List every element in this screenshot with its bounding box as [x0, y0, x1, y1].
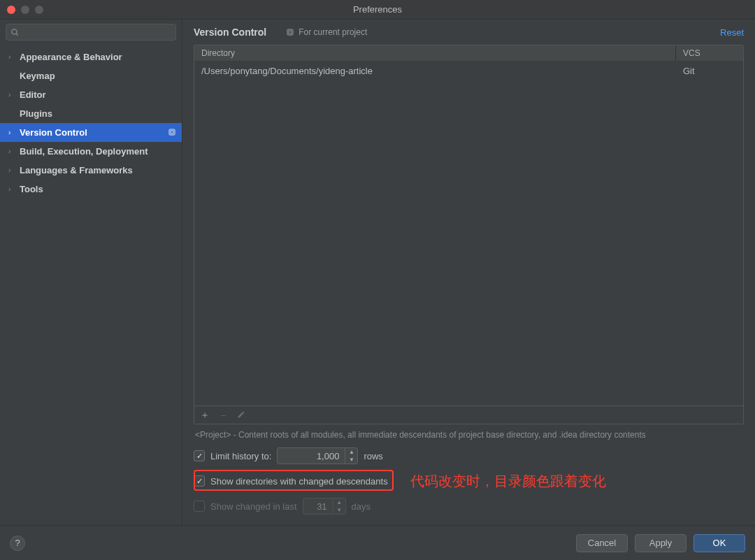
- panel-header: Version Control For current project Rese…: [182, 20, 755, 45]
- sidebar-item[interactable]: ›Appearance & Behavior: [0, 48, 182, 66]
- table-header: Directory VCS: [194, 45, 743, 61]
- chevron-right-icon: ›: [8, 91, 15, 99]
- sidebar-item[interactable]: ›Keymap: [0, 66, 182, 85]
- chevron-right-icon: ›: [8, 166, 15, 174]
- show-changed-value: ▲ ▼: [303, 498, 346, 515]
- cell-directory: /Users/ponytang/Documents/yideng-article: [194, 62, 676, 80]
- show-changed-spinner: ▲ ▼: [333, 498, 345, 514]
- zoom-window-button[interactable]: [35, 6, 43, 14]
- chevron-right-icon: ›: [8, 185, 15, 193]
- svg-rect-3: [171, 131, 173, 134]
- breadcrumb: Version Control: [194, 27, 266, 38]
- project-scope-label: For current project: [286, 27, 367, 37]
- sidebar-item-label: Plugins: [20, 108, 52, 119]
- settings-tree: ›Appearance & Behavior›Keymap›Editor›Plu…: [0, 45, 182, 525]
- col-directory[interactable]: Directory: [194, 45, 676, 61]
- sidebar-item-label: Editor: [20, 89, 46, 100]
- table-row[interactable]: /Users/ponytang/Documents/yideng-article…: [194, 61, 743, 80]
- opt-limit-history: Limit history to: ▲ ▼ rows: [194, 447, 744, 465]
- show-changed-input: [303, 501, 333, 512]
- svg-point-0: [12, 29, 17, 34]
- chevron-right-icon: ›: [8, 148, 15, 155]
- limit-history-checkbox[interactable]: [194, 450, 205, 461]
- limit-history-suffix: rows: [364, 451, 382, 461]
- sidebar: ›Appearance & Behavior›Keymap›Editor›Plu…: [0, 20, 182, 525]
- search-input[interactable]: [22, 27, 171, 38]
- table-body: /Users/ponytang/Documents/yideng-article…: [194, 61, 743, 405]
- annotation-text: 代码改变时，目录颜色跟着变化: [410, 472, 606, 491]
- add-mapping-button[interactable]: ＋: [200, 409, 210, 422]
- main-panel: Version Control For current project Rese…: [182, 20, 755, 525]
- svg-rect-4: [287, 29, 293, 35]
- sidebar-item-label: Languages & Frameworks: [20, 165, 133, 175]
- ok-button[interactable]: OK: [693, 534, 745, 552]
- close-window-button[interactable]: [7, 6, 15, 14]
- col-vcs[interactable]: VCS: [676, 45, 743, 61]
- help-button[interactable]: ?: [10, 536, 25, 551]
- sidebar-item[interactable]: ›Plugins: [0, 104, 182, 123]
- limit-history-spinner[interactable]: ▲ ▼: [345, 448, 357, 464]
- show-changed-checkbox[interactable]: [194, 501, 205, 512]
- sidebar-item[interactable]: ›Tools: [0, 180, 182, 199]
- chevron-right-icon: ›: [8, 53, 15, 61]
- reset-link[interactable]: Reset: [720, 27, 744, 38]
- cell-vcs: Git: [676, 62, 743, 80]
- preferences-window: Preferences ›Appearance & Behavior›Keyma…: [0, 0, 755, 560]
- project-mapping-hint: <Project> - Content roots of all modules…: [194, 424, 744, 447]
- search-box[interactable]: [6, 24, 176, 41]
- window-title: Preferences: [0, 4, 755, 15]
- search-icon: [10, 28, 20, 37]
- minimize-window-button[interactable]: [21, 6, 29, 14]
- chevron-down-icon[interactable]: ▼: [345, 456, 357, 464]
- svg-line-1: [16, 34, 18, 36]
- chevron-up-icon[interactable]: ▲: [345, 448, 357, 456]
- options: Limit history to: ▲ ▼ rows Show direc: [194, 447, 744, 518]
- sidebar-item[interactable]: ›Editor: [0, 85, 182, 104]
- show-dirs-checkbox[interactable]: [194, 475, 205, 487]
- svg-rect-2: [169, 129, 175, 135]
- titlebar: Preferences: [0, 0, 755, 20]
- limit-history-value[interactable]: ▲ ▼: [277, 447, 358, 464]
- sidebar-item[interactable]: ›Build, Execution, Deployment: [0, 142, 182, 161]
- chevron-right-icon: ›: [8, 129, 15, 136]
- cancel-button[interactable]: Cancel: [576, 534, 628, 552]
- sidebar-item[interactable]: ›Version Control: [0, 123, 182, 142]
- sidebar-item-label: Keymap: [20, 71, 55, 81]
- sidebar-item-label: Version Control: [20, 127, 87, 138]
- svg-rect-5: [289, 31, 292, 34]
- project-scope-icon: [286, 28, 294, 36]
- dialog-footer: ? Cancel Apply OK: [0, 525, 755, 560]
- limit-history-label: Limit history to:: [210, 451, 271, 461]
- show-changed-label: Show changed in last: [210, 501, 297, 512]
- sidebar-item-label: Appearance & Behavior: [20, 52, 122, 62]
- table-toolbar: ＋ −: [194, 405, 743, 424]
- edit-mapping-button[interactable]: [236, 410, 246, 421]
- remove-mapping-button[interactable]: −: [218, 410, 228, 421]
- show-dirs-label: Show directories with changed descendant…: [210, 476, 388, 487]
- opt-show-changed: Show changed in last ▲ ▼ days: [194, 497, 744, 515]
- sidebar-item-label: Build, Execution, Deployment: [20, 146, 148, 157]
- project-scope-icon: [168, 128, 176, 138]
- show-changed-suffix: days: [352, 501, 371, 512]
- sidebar-item-label: Tools: [20, 184, 43, 194]
- limit-history-input[interactable]: [278, 451, 345, 461]
- chevron-down-icon: ▼: [333, 506, 345, 514]
- opt-show-dirs: Show directories with changed descendant…: [194, 472, 744, 490]
- window-controls: [0, 6, 43, 14]
- sidebar-item[interactable]: ›Languages & Frameworks: [0, 161, 182, 180]
- chevron-up-icon: ▲: [333, 498, 345, 506]
- apply-button[interactable]: Apply: [635, 534, 686, 552]
- vcs-mappings-table: Directory VCS /Users/ponytang/Documents/…: [194, 45, 744, 424]
